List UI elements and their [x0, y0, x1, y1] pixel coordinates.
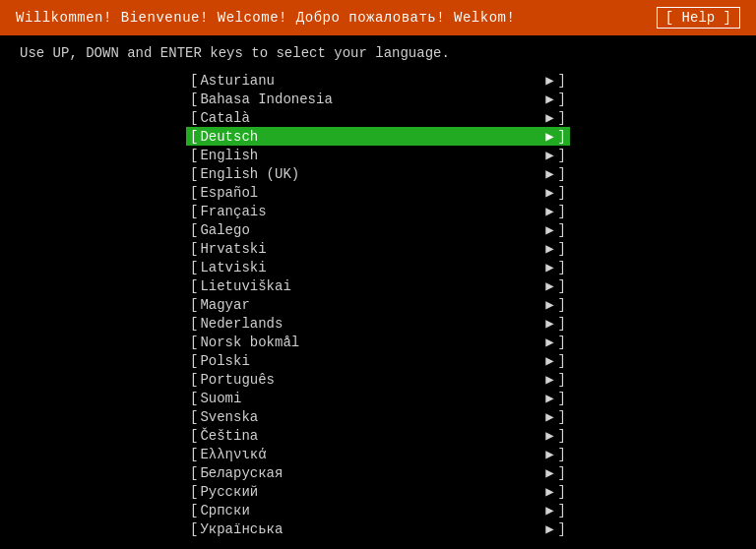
language-item[interactable]: [ Français▶] [186, 202, 570, 220]
bracket-open: [ [190, 391, 198, 406]
arrow-icon: ▶ [545, 483, 553, 500]
language-name: Svenska [200, 409, 258, 425]
bracket-open: [ [190, 353, 198, 369]
language-item[interactable]: [ Hrvatski▶] [186, 239, 570, 258]
language-item[interactable]: [ Norsk bokmål▶] [186, 333, 570, 351]
language-item[interactable]: [ Беларуская▶] [186, 463, 570, 482]
language-item[interactable]: [ Čeština▶] [186, 426, 570, 445]
language-name: Hrvatski [200, 241, 266, 257]
language-list-container: [ Asturianu▶][ Bahasa Indonesia▶][ Catal… [0, 71, 756, 548]
bracket-close: ] [558, 409, 566, 425]
language-name: Deutsch [200, 129, 258, 145]
arrow-icon: ▶ [545, 203, 553, 219]
language-name: Ελληνικά [200, 447, 266, 462]
arrow-icon: ▶ [545, 408, 553, 425]
arrow-icon: ▶ [545, 147, 553, 163]
bracket-close: ] [558, 260, 566, 275]
bracket-close: ] [558, 148, 566, 163]
bracket-open: [ [190, 447, 198, 462]
header-title: Willkommen! Bienvenue! Welcome! Добро по… [16, 10, 515, 26]
arrow-icon: ▶ [545, 240, 553, 257]
bracket-close: ] [558, 391, 566, 406]
language-name: Русский [200, 484, 258, 500]
instruction-text: Use UP, DOWN and ENTER keys to select yo… [20, 45, 450, 61]
bracket-close: ] [558, 335, 566, 350]
language-name: Español [200, 185, 258, 201]
language-name: Беларуская [200, 465, 283, 481]
language-item[interactable]: [ Asturianu▶] [186, 71, 570, 90]
language-item[interactable]: [ English▶] [186, 146, 570, 164]
arrow-icon: ▶ [545, 464, 553, 481]
bracket-close: ] [558, 316, 566, 332]
language-item[interactable]: [ Српски▶] [186, 501, 570, 519]
bracket-close: ] [558, 110, 566, 126]
bracket-open: [ [190, 241, 198, 257]
bracket-open: [ [190, 521, 198, 537]
language-name: Galego [200, 222, 249, 238]
language-name: Norsk bokmål [200, 335, 299, 350]
bracket-open: [ [190, 297, 198, 313]
bracket-open: [ [190, 73, 198, 89]
bracket-open: [ [190, 278, 198, 294]
bracket-open: [ [190, 110, 198, 126]
bracket-open: [ [190, 148, 198, 163]
arrow-icon: ▶ [545, 72, 553, 89]
bracket-close: ] [558, 166, 566, 182]
language-name: Suomi [200, 391, 241, 406]
bracket-open: [ [190, 316, 198, 332]
language-name: Português [200, 372, 275, 388]
bracket-open: [ [190, 185, 198, 201]
bracket-open: [ [190, 204, 198, 219]
language-item[interactable]: [ Polski▶] [186, 351, 570, 370]
arrow-icon: ▶ [545, 427, 553, 444]
language-name: Українська [200, 521, 283, 537]
instruction-bar: Use UP, DOWN and ENTER keys to select yo… [0, 35, 756, 71]
language-item[interactable]: [ Русский▶] [186, 482, 570, 501]
bracket-open: [ [190, 222, 198, 238]
arrow-icon: ▶ [545, 371, 553, 388]
language-name: Nederlands [200, 316, 283, 332]
arrow-icon: ▶ [545, 221, 553, 238]
bracket-close: ] [558, 297, 566, 313]
arrow-icon: ▶ [545, 334, 553, 350]
language-item[interactable]: [ Galego▶] [186, 220, 570, 239]
bracket-open: [ [190, 92, 198, 107]
language-item[interactable]: [ Latviski▶] [186, 258, 570, 276]
language-name: Polski [200, 353, 249, 369]
language-item[interactable]: [ Deutsch▶] [186, 127, 570, 146]
language-item[interactable]: [ Українська▶] [186, 519, 570, 538]
bracket-close: ] [558, 278, 566, 294]
language-item[interactable]: [ Português▶] [186, 370, 570, 389]
bracket-close: ] [558, 222, 566, 238]
arrow-icon: ▶ [545, 165, 553, 182]
bracket-open: [ [190, 335, 198, 350]
language-item[interactable]: [ Suomi▶] [186, 389, 570, 407]
bracket-close: ] [558, 503, 566, 518]
arrow-icon: ▶ [545, 352, 553, 369]
language-item[interactable]: [ Ελληνικά▶] [186, 445, 570, 463]
arrow-icon: ▶ [545, 520, 553, 537]
bracket-close: ] [558, 353, 566, 369]
bracket-open: [ [190, 166, 198, 182]
language-item[interactable]: [ English (UK)▶] [186, 164, 570, 183]
language-name: English (UK) [200, 166, 299, 182]
language-item[interactable]: [ Lietuviškai▶] [186, 276, 570, 295]
help-button[interactable]: [ Help ] [657, 7, 740, 29]
bracket-close: ] [558, 185, 566, 201]
arrow-icon: ▶ [545, 390, 553, 406]
language-name: Asturianu [200, 73, 275, 89]
language-item[interactable]: [ Español▶] [186, 183, 570, 202]
bracket-open: [ [190, 465, 198, 481]
bracket-close: ] [558, 484, 566, 500]
language-item[interactable]: [ Català▶] [186, 108, 570, 127]
arrow-icon: ▶ [545, 296, 553, 313]
arrow-icon: ▶ [545, 277, 553, 294]
language-item[interactable]: [ Magyar▶] [186, 295, 570, 314]
language-item[interactable]: [ Bahasa Indonesia▶] [186, 90, 570, 108]
bracket-close: ] [558, 129, 566, 145]
arrow-icon: ▶ [545, 315, 553, 332]
language-item[interactable]: [ Nederlands▶] [186, 314, 570, 333]
language-item[interactable]: [ Svenska▶] [186, 407, 570, 426]
arrow-icon: ▶ [545, 502, 553, 518]
arrow-icon: ▶ [545, 446, 553, 462]
